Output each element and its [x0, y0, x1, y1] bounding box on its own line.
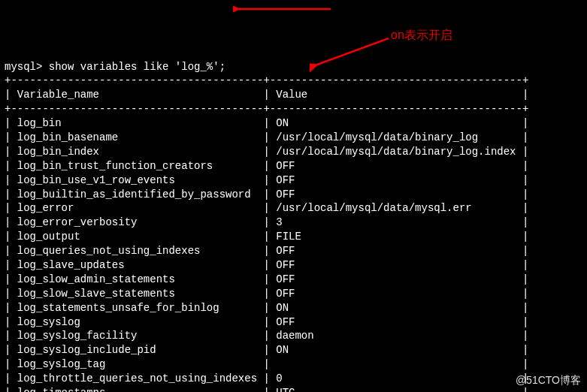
table-row: | log_syslog_tag | |	[5, 357, 582, 372]
sql-command: mysql> show variables like 'log_%';	[5, 60, 582, 74]
table-separator: +---------------------------------------…	[5, 102, 582, 116]
table-row: | log_throttle_queries_not_using_indexes…	[5, 372, 582, 386]
table-row: | log_output | FILE |	[5, 230, 582, 244]
table-row: | log_statements_unsafe_for_binlog | ON …	[5, 301, 582, 315]
table-row: | log_bin_basename | /usr/local/mysql/da…	[5, 131, 582, 145]
table-row: | log_syslog_facility | daemon |	[5, 329, 582, 343]
arrow-to-command	[233, 2, 338, 17]
table-row: | log_bin_index | /usr/local/mysql/data/…	[5, 145, 582, 159]
table-row: | log_bin | ON |	[5, 116, 582, 131]
table-row: | log_queries_not_using_indexes | OFF |	[5, 244, 582, 258]
table-separator: +---------------------------------------…	[5, 74, 582, 88]
watermark: @51CTO博客	[516, 373, 581, 387]
table-row: | log_slow_slave_statements | OFF |	[5, 287, 582, 301]
table-row: | log_bin_use_v1_row_events | OFF |	[5, 173, 582, 188]
table-row: | log_timestamps | UTC |	[5, 386, 582, 392]
table-row: | log_error_verbosity | 3 |	[5, 216, 582, 230]
table-row: | log_slow_admin_statements | OFF |	[5, 273, 582, 287]
table-row: | log_syslog | OFF |	[5, 315, 582, 330]
table-header: | Variable_name | Value |	[5, 88, 582, 102]
terminal-output: mysql> show variables like 'log_%';+----…	[5, 60, 582, 392]
table-row: | log_syslog_include_pid | ON |	[5, 343, 582, 357]
table-row: | log_bin_trust_function_creators | OFF …	[5, 159, 582, 173]
table-row: | log_error | /usr/local/mysql/data/mysq…	[5, 201, 582, 216]
annotation-text: on表示开启	[391, 27, 452, 44]
table-row: | log_builtin_as_identified_by_password …	[5, 188, 582, 202]
table-row: | log_slave_updates | OFF |	[5, 258, 582, 273]
